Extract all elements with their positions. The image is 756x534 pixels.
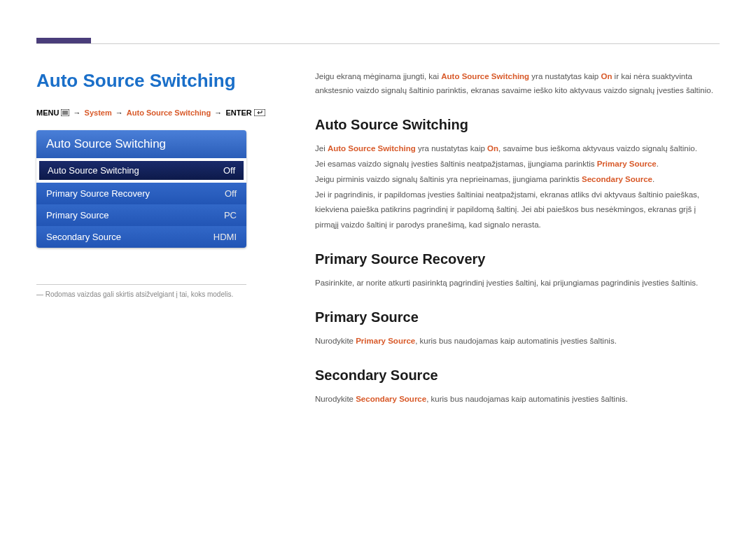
section-heading-secondary-source: Secondary Source: [315, 367, 720, 384]
osd-item-value: Off: [223, 165, 235, 176]
menu-icon: [61, 109, 69, 118]
section-body: Nurodykite Primary Source, kuris bus nau…: [315, 334, 720, 349]
osd-item-auto-source-switching[interactable]: Auto Source Switching Off: [38, 160, 245, 181]
enter-icon: [254, 109, 265, 118]
section-body: Jei Auto Source Switching yra nustatytas…: [315, 141, 720, 233]
breadcrumb-menu: MENU: [36, 108, 59, 117]
section-heading-auto-source-switching: Auto Source Switching: [315, 117, 720, 133]
breadcrumb-auto: Auto Source Switching: [127, 108, 211, 117]
section-heading-primary-source: Primary Source: [315, 309, 720, 325]
osd-item-primary-source[interactable]: Primary Source PC: [36, 204, 246, 226]
osd-item-value: HDMI: [214, 232, 237, 242]
osd-item-label: Primary Source: [46, 210, 109, 220]
footnote-rule: [36, 284, 246, 285]
osd-panel: Auto Source Switching Auto Source Switch…: [36, 130, 246, 248]
osd-header: Auto Source Switching: [36, 130, 246, 158]
header-rule: [36, 43, 720, 44]
arrow-icon: →: [72, 108, 83, 117]
intro-paragraph: Jeigu ekraną mėginama įjungti, kai Auto …: [315, 70, 720, 97]
osd-item-primary-source-recovery[interactable]: Primary Source Recovery Off: [36, 183, 246, 204]
breadcrumb: MENU → System → Auto Source Switching → …: [36, 108, 281, 118]
section-heading-primary-source-recovery: Primary Source Recovery: [315, 251, 720, 267]
footnote: ― Rodomas vaizdas gali skirtis atsižvelg…: [36, 290, 281, 298]
header-tab: [36, 38, 91, 43]
section-body: Pasirinkite, ar norite atkurti pasirinkt…: [315, 276, 720, 291]
arrow-icon: →: [213, 108, 223, 117]
breadcrumb-enter: ENTER: [225, 108, 251, 117]
arrow-icon: →: [114, 108, 125, 117]
section-body: Nurodykite Secondary Source, kuris bus n…: [315, 392, 720, 407]
breadcrumb-system: System: [85, 108, 112, 117]
osd-item-label: Auto Source Switching: [48, 165, 139, 176]
osd-item-value: PC: [224, 210, 237, 220]
osd-item-label: Secondary Source: [46, 232, 121, 242]
page-title: Auto Source Switching: [36, 70, 281, 92]
osd-item-label: Primary Source Recovery: [46, 188, 150, 199]
osd-item-value: Off: [225, 188, 237, 199]
osd-item-secondary-source[interactable]: Secondary Source HDMI: [36, 226, 246, 248]
